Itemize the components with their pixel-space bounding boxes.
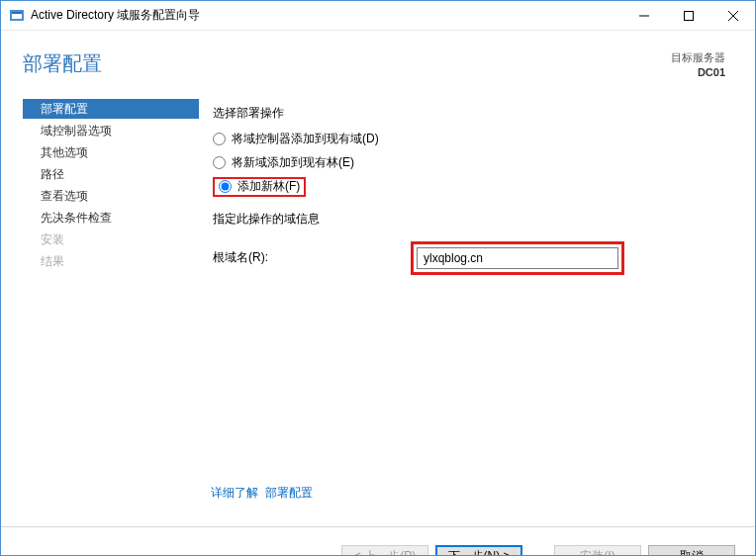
wizard-sidebar: 部署配置 域控制器选项 其他选项 路径 查看选项 先决条件检查 安装 结果 (23, 99, 199, 526)
page-header: 部署配置 目标服务器 DC01 (1, 31, 755, 99)
highlight-root-domain-input (411, 241, 624, 275)
highlight-new-forest: 添加新林(F) (213, 177, 306, 197)
radio-label-new-forest: 添加新林(F) (237, 178, 300, 195)
radio-add-dc-existing-domain[interactable]: 将域控制器添加到现有域(D) (213, 130, 725, 149)
radio-label-existing-forest: 将新域添加到现有林(E) (232, 154, 354, 171)
sidebar-item-dc-options[interactable]: 域控制器选项 (23, 121, 199, 140)
svg-rect-4 (684, 11, 693, 20)
app-icon (9, 8, 25, 24)
sidebar-item-deploy-config[interactable]: 部署配置 (23, 99, 199, 119)
radio-add-new-forest[interactable]: 添加新林(F) (213, 177, 725, 197)
target-server-info: 目标服务器 DC01 (671, 50, 725, 81)
window-title: Active Directory 域服务配置向导 (31, 7, 621, 24)
root-domain-input[interactable] (417, 247, 618, 269)
titlebar: Active Directory 域服务配置向导 (1, 1, 755, 31)
sidebar-item-review[interactable]: 查看选项 (23, 186, 199, 206)
cancel-button[interactable]: 取消 (648, 545, 735, 556)
target-server-label: 目标服务器 (671, 50, 725, 65)
sidebar-item-prereq[interactable]: 先决条件检查 (23, 208, 199, 228)
minimize-button[interactable] (621, 1, 666, 30)
main-area: 部署配置 域控制器选项 其他选项 路径 查看选项 先决条件检查 安装 结果 选择… (1, 99, 755, 526)
domain-info-label: 指定此操作的域信息 (213, 211, 725, 228)
svg-rect-2 (12, 12, 22, 14)
radio-input-existing-forest[interactable] (213, 156, 226, 169)
radio-add-domain-existing-forest[interactable]: 将新域添加到现有林(E) (213, 153, 725, 173)
footer-buttons: < 上一步(P) 下一步(N) > 安装(I) 取消 (1, 526, 755, 556)
topic-link[interactable]: 部署配置 (265, 486, 313, 500)
learn-more-link[interactable]: 详细了解 (211, 486, 258, 500)
target-server-name: DC01 (671, 65, 725, 80)
page-title: 部署配置 (23, 50, 671, 77)
select-operation-label: 选择部署操作 (213, 105, 725, 122)
sidebar-item-paths[interactable]: 路径 (23, 164, 199, 184)
radio-input-existing-domain[interactable] (213, 133, 226, 145)
maximize-button[interactable] (666, 1, 710, 30)
window-controls (621, 1, 755, 30)
previous-button: < 上一步(P) (341, 545, 428, 556)
sidebar-item-other-options[interactable]: 其他选项 (23, 142, 199, 162)
close-button[interactable] (710, 1, 755, 30)
sidebar-item-install: 安装 (23, 230, 199, 249)
root-domain-row: 根域名(R): (213, 241, 725, 275)
next-button[interactable]: 下一步(N) > (435, 545, 522, 556)
content-pane: 选择部署操作 将域控制器添加到现有域(D) 将新域添加到现有林(E) 添加新林(… (199, 99, 755, 526)
radio-input-new-forest[interactable] (219, 180, 232, 193)
sidebar-item-results: 结果 (23, 251, 199, 271)
more-info-links: 详细了解 部署配置 (211, 485, 317, 502)
root-domain-label: 根域名(R): (213, 249, 411, 266)
radio-label-existing-domain: 将域控制器添加到现有域(D) (232, 131, 379, 147)
install-button: 安装(I) (554, 545, 641, 556)
